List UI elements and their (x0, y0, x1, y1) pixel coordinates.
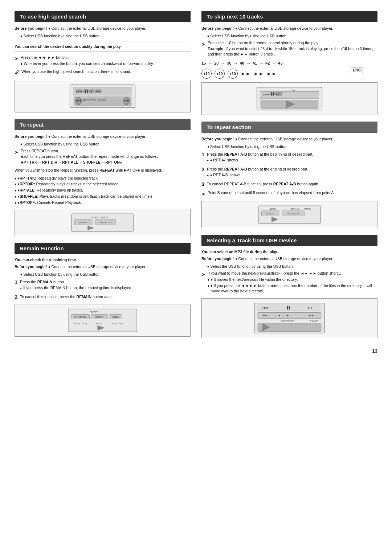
rs-step3: 3 To cancel REPEAT A-B function, press R… (201, 181, 377, 188)
before-text-skip: ♦ Connect the external USB storage devic… (235, 26, 333, 32)
example-label: Example: (208, 46, 225, 51)
rs-step2: 2 Press the REPEAT A-B button at the end… (201, 166, 377, 178)
device-image-remain: ON/OFF CD RIPPING REMAIN DEMO TUNING MOD… (15, 304, 191, 337)
before-begin-remain: Before you begin! ♦ Connect the external… (15, 264, 191, 270)
step1-repeat-content: Press REPEAT button. Each time you press… (21, 148, 158, 165)
note-row: 🖊 When you use the high speed search fun… (15, 69, 191, 76)
seq-41: 41 (253, 61, 257, 65)
device-svg-rs: BASS TUNING PBASS REPEAT REPEAT A-B (205, 204, 374, 225)
circle-btn-10-1: +10 (201, 69, 212, 79)
seq-20: 20 (214, 61, 219, 65)
step1-bullet1: Whenever you press the button, you can s… (21, 61, 154, 67)
skip-arrow-3: ►► (266, 71, 277, 77)
svg-text:REPEAT A-B: REPEAT A-B (287, 213, 299, 215)
arrow-seq-3: → (233, 60, 238, 66)
svg-text:MOST: MOST (96, 323, 102, 325)
step1-skip-content: Press the +10 button on the remote contr… (208, 40, 377, 57)
svg-text:TUNING: TUNING (310, 320, 319, 323)
before-text: ♦ Connect the external USB storage devic… (48, 134, 146, 140)
before-bold-usb: Before you begin! (201, 256, 234, 262)
section-usb-select: Selecting a Track from USB Device You ca… (201, 235, 377, 338)
device-image-skip: +10 |◄◄ ▐▐ ►► | (201, 82, 377, 115)
remain-bullet1: If you press the REMAIN button, the rema… (20, 285, 191, 291)
svg-text:REPEAT A-B: REPEAT A-B (99, 221, 111, 223)
rs-step-num-1: 1 (201, 151, 204, 158)
rs-step1: 1 Press the REPEAT A-B button at the beg… (201, 151, 377, 164)
step1-content: Press the ◄◄, ►► button. Whenever you pr… (21, 55, 154, 67)
step-num-1: 1 (15, 279, 17, 286)
divider2 (15, 52, 191, 52)
arrow-icon-2: ➤ (15, 149, 19, 156)
remain-step2-content: To cancel this function, press the REMAI… (20, 294, 191, 300)
usb-step1: ➤ If you want to move the next/previous(… (201, 271, 377, 295)
svg-text:►► |: ►► | (276, 93, 282, 95)
sub-heading: You can search the desired section quick… (15, 44, 191, 49)
section-remain: Remain Function You can check the remain… (15, 243, 191, 337)
svg-text:►► |: ►► | (308, 306, 315, 309)
seq-42: 42 (265, 61, 270, 65)
device-image-1: |◄◄ ▐▐ ► ►►| MP3-CD/CD TUNING ◄◄ (15, 80, 191, 112)
device-image-usb: +10 |◄◄ ▐▐ ►► | ◄◄ ■ ► ►► MP3-CD/CD TUNI… (201, 298, 377, 338)
svg-text:PBASS: PBASS (304, 208, 311, 210)
note-text: When you use the high speed search funct… (21, 69, 131, 75)
svg-text:►: ► (286, 314, 289, 317)
before-begin-skip: Before you begin! ♦ Connect the external… (201, 26, 377, 32)
seq-30: 30 (227, 61, 232, 65)
step1-high-speed: ➤ Press the ◄◄, ►► button. Whenever you … (15, 55, 191, 67)
svg-text:◄◄: ◄◄ (75, 99, 82, 102)
step1-repeat: ➤ Press REPEAT button. Each time you pre… (15, 148, 191, 165)
section-title-repeat-section: To repeat section (201, 122, 377, 133)
bullet-rpt1: ♦RPTTRK: Repeatedly plays the selected t… (15, 176, 191, 181)
skip-arrow-2: ►► (254, 71, 264, 77)
section-skip: To skip next 10 tracks Before you begin!… (201, 11, 377, 115)
section-repeat-section: To repeat section Before you begin! ♦ Co… (201, 122, 377, 228)
svg-text:REPEAT: REPEAT (79, 221, 87, 223)
before-bold-remain: Before you begin! (15, 264, 47, 270)
section-title-remain: Remain Function (15, 243, 191, 254)
svg-text:REMAIN: REMAIN (95, 316, 103, 318)
before-text2: ♦ Select USB function by using the USB b… (20, 34, 191, 38)
before-text2-rs: ♦ Select USB function by using the USB b… (207, 144, 377, 149)
usb-bullet1: ♦ It moves the next/previous file within… (208, 277, 377, 283)
bullet-rpt3: ♦RPTALL: Repeatedly plays all tracks. (15, 188, 191, 193)
before-text2-repeat: ♦ Select USB function by using the USB b… (20, 142, 191, 146)
svg-text:■: ■ (279, 314, 280, 317)
before-text: ♦ Connect the external USB storage devic… (48, 26, 146, 32)
svg-text:|◄◄: |◄◄ (77, 90, 82, 93)
before-text2-remain: ♦ Select USB function by using the USB b… (20, 272, 191, 276)
svg-text:►►: ►► (123, 99, 130, 102)
section-repeat: To repeat Before you begin! ♦ Connect th… (15, 119, 191, 237)
circle-btn-10-3: +10 (228, 69, 238, 79)
usb-bullet2: ♦ If you press the ◄◄ ►► button more tim… (208, 283, 377, 295)
left-column: To use high speed search Before you begi… (15, 11, 191, 345)
right-column: To skip next 10 tracks Before you begin!… (201, 11, 377, 345)
circle-btn-10-2: +10 (215, 69, 225, 79)
before-text-remain: ♦ Connect the external USB storage devic… (48, 264, 146, 270)
seq-15: 15 (201, 61, 206, 65)
rs-step1-content: Press the REPEAT A-B button at the begin… (207, 151, 377, 164)
rs-note-content: Point B cannot be set until 5 seconds of… (208, 190, 335, 196)
arrow-seq-4: → (246, 60, 251, 66)
svg-text:ON/OFF: ON/OFF (90, 311, 98, 313)
before-bold-rs: Before you begin! (201, 136, 234, 142)
bullet-rpt2: ♦RPTDIR: Repeatedly plays all tracks in … (15, 181, 191, 187)
svg-text:|◄◄: |◄◄ (262, 306, 268, 309)
device-image-rs: BASS TUNING PBASS REPEAT REPEAT A-B (201, 201, 377, 228)
arrow-seq-1: → (208, 60, 212, 66)
before-begin-rs: Before you begin! ♦ Connect the external… (201, 136, 377, 142)
remain-step2: 2 To cancel this function, press the REM… (15, 294, 191, 300)
svg-text:MP3-CD/CD: MP3-CD/CD (281, 320, 294, 323)
rpt-sequence: RPT TRK →RPT DIR →RPT ALL →SHUFFLE →RPT … (21, 160, 122, 164)
device-svg-skip: +10 |◄◄ ▐▐ ►► | (205, 86, 374, 112)
section-title-repeat: To repeat (15, 119, 191, 130)
svg-text:►►: ►► (309, 314, 314, 317)
arrow-seq-5: → (259, 60, 264, 66)
svg-text:PROGRAMSET: PROGRAMSET (111, 323, 126, 325)
usb-sub: You can select an MP3 file during the pl… (201, 250, 377, 254)
arrow-seq-2: → (221, 60, 225, 66)
arrow-icon-skip: ➤ (201, 41, 205, 48)
usb-step1-content: If you want to move the next/previous(tr… (208, 271, 377, 295)
remain-step1-content: Press the REMAIN button . If you press t… (20, 279, 191, 291)
rs-step-num-2: 2 (201, 166, 204, 173)
note-icon: 🖊 (15, 69, 19, 76)
